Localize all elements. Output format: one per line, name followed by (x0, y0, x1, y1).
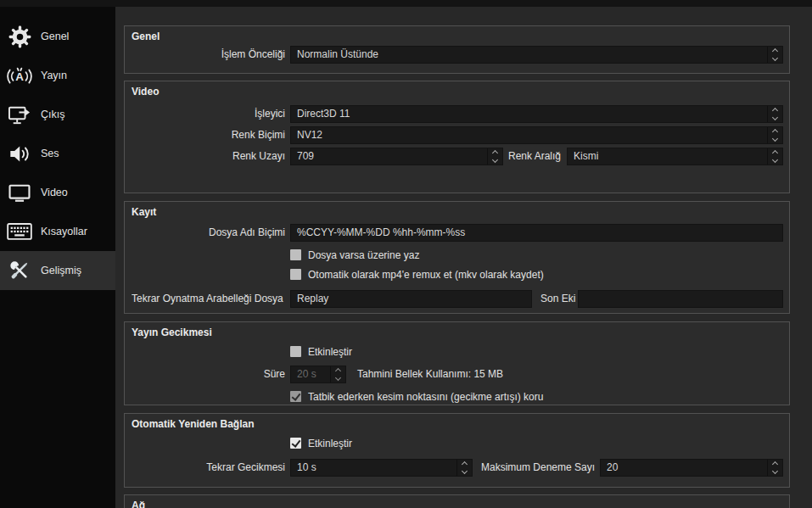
spinner-arrows-icon[interactable] (767, 148, 782, 165)
filename-format-label: Dosya Adı Biçimi (132, 224, 285, 242)
section-yayin-gecikmesi-title: Yayın Gecikmesi (132, 327, 212, 338)
replay-prefix-value: Replay (297, 291, 526, 307)
gear-icon (6, 23, 33, 50)
section-video-title: Video (132, 86, 159, 98)
color-format-label: Renk Biçimi (132, 126, 285, 144)
filename-format-input[interactable]: %CCYY-%MM-%DD %hh-%mm-%ss (290, 224, 783, 242)
replay-prefix-input[interactable]: Replay (290, 290, 532, 308)
section-video: Video İşleyici Direct3D 11 Renk Biçimi N… (124, 81, 790, 193)
remux-checkbox[interactable] (290, 269, 301, 280)
sidebar-label-kisayollar: Kısayollar (41, 226, 87, 237)
retry-delay-label: Tekrar Gecikmesi (132, 459, 285, 477)
sidebar-label-gelismis: Gelişmiş (41, 265, 81, 276)
spinner-arrows-icon[interactable] (767, 460, 782, 476)
reconnect-enable-checkbox-row: Etkinleştir (290, 437, 352, 449)
overwrite-checkbox-row: Dosya varsa üzerine yaz (290, 248, 419, 261)
tools-icon (6, 257, 33, 284)
color-range-label: Renk Aralığı (508, 148, 561, 165)
sidebar-item-video[interactable]: Video (0, 173, 115, 212)
process-priority-select[interactable]: Normalin Üstünde (290, 46, 783, 64)
replay-suffix-value (585, 291, 777, 307)
duration-label: Süre (132, 366, 285, 383)
section-ag: Ağ (124, 494, 790, 508)
output-icon (6, 101, 33, 128)
max-retries-spinbox[interactable]: 20 (600, 459, 783, 477)
spinner-arrows-icon[interactable] (767, 106, 782, 122)
section-kayit: Kayıt Dosya Adı Biçimi %CCYY-%MM-%DD %hh… (124, 201, 790, 314)
renderer-label: İşleyici (132, 105, 285, 123)
sidebar-item-cikis[interactable]: Çıkış (0, 95, 115, 134)
color-space-select[interactable]: 709 (290, 148, 503, 165)
estimated-memory-text: Tahmini Bellek Kullanımı: 15 MB (357, 366, 503, 383)
color-format-value: NV12 (297, 127, 764, 143)
keyboard-icon (6, 218, 33, 245)
svg-text:A: A (15, 70, 24, 83)
sidebar-label-yayin: Yayın (41, 70, 67, 81)
audio-icon (6, 140, 33, 167)
preserve-cutoff-checkbox[interactable] (290, 391, 301, 402)
duration-spinbox[interactable]: 20 s (290, 366, 346, 383)
replay-prefix-label: Tekrar Oynatma Arabelleği Dosya Adı Ön E… (132, 290, 285, 308)
display-icon (6, 179, 33, 206)
process-priority-label: İşlem Önceliği (132, 46, 285, 64)
sidebar-item-kisayollar[interactable]: Kısayollar (0, 212, 115, 251)
section-yayin-gecikmesi: Yayın Gecikmesi Etkinleştir Süre 20 s Ta… (124, 321, 790, 405)
color-space-label: Renk Uzayı (132, 148, 285, 165)
max-retries-value: 20 (607, 460, 764, 476)
sidebar-label-cikis: Çıkış (41, 109, 64, 120)
max-retries-label: Maksimum Deneme Sayısı (481, 459, 595, 477)
replay-suffix-input[interactable] (578, 290, 783, 308)
sidebar-item-genel[interactable]: Genel (0, 17, 115, 56)
sidebar-item-yayin[interactable]: A Yayın (0, 56, 115, 95)
overwrite-checkbox-label: Dosya varsa üzerine yaz (308, 249, 419, 261)
color-range-select[interactable]: Kismi (567, 148, 783, 165)
sidebar-label-genel: Genel (41, 31, 69, 42)
retry-delay-value: 10 s (297, 460, 453, 476)
sidebar-label-video: Video (41, 187, 68, 198)
section-ag-title: Ağ (132, 500, 145, 508)
sidebar-item-ses[interactable]: Ses (0, 134, 115, 173)
spinner-arrows-icon[interactable] (767, 127, 782, 143)
preserve-cutoff-checkbox-row: Tatbik ederken kesim noktasını (gecikme … (290, 390, 543, 403)
section-genel: Genel İşlem Önceliği Normalin Üstünde (124, 25, 790, 74)
color-format-select[interactable]: NV12 (290, 126, 783, 144)
filename-format-value: %CCYY-%MM-%DD %hh-%mm-%ss (297, 225, 777, 241)
process-priority-value: Normalin Üstünde (297, 47, 764, 63)
overwrite-checkbox[interactable] (290, 249, 301, 260)
obs-settings-window: Genel A Yayın (0, 0, 812, 508)
window-top-strip (0, 0, 812, 7)
spinner-arrows-icon[interactable] (487, 148, 502, 165)
broadcast-icon: A (6, 62, 33, 89)
remux-checkbox-label: Otomatik olarak mp4'e remux et (mkv olar… (308, 269, 544, 281)
remux-checkbox-row: Otomatik olarak mp4'e remux et (mkv olar… (290, 268, 544, 281)
color-range-value: Kismi (574, 148, 764, 165)
section-oto-baglan-title: Otomatik Yeniden Bağlan (132, 418, 254, 430)
spinner-arrows-icon[interactable] (330, 366, 345, 382)
section-oto-baglan: Otomatik Yeniden Bağlan Etkinleştir Tekr… (124, 413, 790, 488)
reconnect-enable-checkbox-label: Etkinleştir (308, 438, 352, 449)
sidebar-item-gelismis[interactable]: Gelişmiş (0, 251, 115, 290)
replay-suffix-label: Son Eki (540, 290, 575, 308)
spinner-arrows-icon[interactable] (767, 47, 782, 63)
retry-delay-spinbox[interactable]: 10 s (290, 459, 473, 477)
reconnect-enable-checkbox[interactable] (290, 438, 301, 449)
delay-enable-checkbox[interactable] (290, 346, 301, 357)
preserve-cutoff-checkbox-label: Tatbik ederken kesim noktasını (gecikme … (308, 391, 543, 403)
settings-sidebar: Genel A Yayın (0, 7, 115, 508)
section-genel-title: Genel (132, 31, 160, 42)
spinner-arrows-icon[interactable] (456, 460, 472, 476)
delay-enable-checkbox-label: Etkinleştir (308, 346, 352, 358)
color-space-value: 709 (297, 148, 484, 165)
section-kayit-title: Kayıt (132, 206, 156, 218)
renderer-select[interactable]: Direct3D 11 (290, 105, 783, 123)
sidebar-label-ses: Ses (41, 148, 59, 159)
delay-enable-checkbox-row: Etkinleştir (290, 345, 352, 358)
duration-value: 20 s (297, 366, 327, 382)
renderer-value: Direct3D 11 (297, 106, 764, 122)
